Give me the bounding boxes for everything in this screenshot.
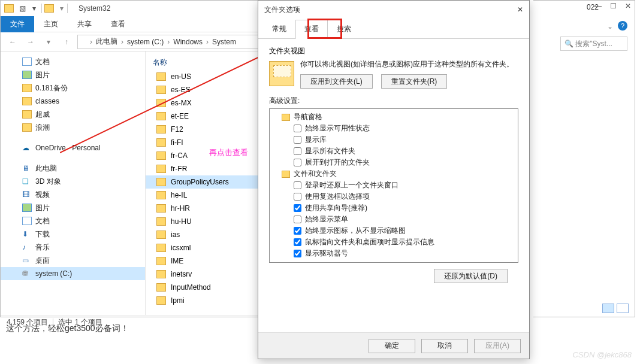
folder-icon [156,165,166,173]
nav-icon: ⛃ [22,269,32,278]
nav-item[interactable]: 🎞视频 [1,188,145,201]
tree-option[interactable]: 显示驱动器号 [271,248,517,259]
up-button[interactable]: ↑ [59,35,74,49]
qat-props-icon[interactable]: ▧ [17,4,27,13]
advanced-tree[interactable]: 导航窗格始终显示可用性状态显示库显示所有文件夹展开到打开的文件夹文件和文件夹登录… [269,108,518,263]
nav-label: 桌面 [35,256,50,266]
option-checkbox[interactable] [294,238,301,246]
forward-button[interactable]: → [23,35,38,49]
navigation-pane[interactable]: 文档图片0.181备份classes超威浪潮☁OneDrive - Person… [1,51,146,315]
search-input[interactable]: 🔍 搜索"Syst... [560,37,627,51]
crumb-pc[interactable]: 此电脑 [93,37,120,47]
quick-access-toolbar: ▧ ▾ [17,4,39,13]
nav-icon: ❏ [22,177,32,186]
crumb-system[interactable]: System [210,38,239,46]
recent-dropdown[interactable]: ▾ [41,35,56,49]
folder-view-text: 你可以将此视图(如详细信息或图标)应用于这种类型的所有文件夹。 [300,59,518,69]
tab-view[interactable]: 查看 [101,16,135,32]
view-large-button[interactable] [617,304,629,313]
view-details-button[interactable] [602,304,614,313]
tab-view[interactable]: 查看 [295,20,328,39]
option-checkbox[interactable] [294,136,301,144]
tree-group[interactable]: 文件和文件夹 [271,168,517,180]
background-window: 022 — ☐ ✕ ? ⌄ 🔍 搜索"Syst... [533,0,635,317]
restore-defaults-button[interactable]: 还原为默认值(D) [434,269,508,283]
maximize-button[interactable]: ☐ [610,2,617,10]
tree-option[interactable]: 使用共享向导(推荐) [271,202,517,214]
nav-label: 图片 [35,203,50,213]
page-footer-text: 这个方法，轻松get3500必备词！ [6,323,129,334]
close-button[interactable]: ✕ [625,2,631,10]
option-checkbox[interactable] [294,125,301,132]
tab-general[interactable]: 常规 [263,20,295,38]
nav-label: 0.181备份 [35,83,68,93]
nav-item[interactable]: classes [1,95,145,108]
cancel-button[interactable]: 取消 [421,339,468,353]
qat-dropdown-icon[interactable]: ▾ [60,4,64,13]
nav-item[interactable]: ♪音乐 [1,241,145,254]
nav-item[interactable]: ⛃system (C:) [1,267,145,280]
option-checkbox[interactable] [294,250,301,257]
nav-item[interactable]: 图片 [1,201,145,214]
item-label: et-EE [171,112,189,120]
tab-search[interactable]: 搜索 [328,20,360,38]
crumb-drive[interactable]: system (C:) [125,38,166,46]
tree-option[interactable]: 始终显示菜单 [271,214,517,225]
tab-share[interactable]: 共享 [68,16,101,32]
window-title: System32 [79,4,110,13]
nav-item[interactable]: 文档 [1,214,145,228]
nav-item[interactable]: 浪潮 [1,121,145,134]
folder-icon [156,257,166,265]
tree-option[interactable]: 展开到打开的文件夹 [271,157,517,168]
tab-home[interactable]: 主页 [34,16,68,32]
nav-label: classes [35,97,59,105]
tree-option[interactable]: 显示库 [271,134,517,145]
tree-option[interactable]: 始终显示可用性状态 [271,123,517,134]
nav-icon: 🎞 [22,190,32,199]
nav-item[interactable]: 0.181备份 [1,81,145,95]
folder-icon [156,217,166,226]
minimize-button[interactable]: — [594,2,602,10]
folder-icon [282,171,290,178]
nav-item[interactable]: 超威 [1,108,145,121]
reset-folders-button[interactable]: 重置文件夹(R) [381,74,448,89]
crumb-windows[interactable]: Windows [171,38,205,46]
nav-item[interactable]: 文档 [1,55,145,68]
item-label: fr-CA [171,151,188,160]
qat-dropdown-icon[interactable]: ▾ [29,4,39,13]
tree-option[interactable]: 始终显示图标，从不显示缩略图 [271,225,517,236]
apply-button[interactable]: 应用(A) [474,339,521,353]
tree-group[interactable]: 导航窗格 [271,111,517,123]
option-checkbox[interactable] [294,204,301,212]
close-button[interactable]: ✕ [517,5,523,14]
tab-file[interactable]: 文件 [1,16,34,32]
tree-option[interactable]: 鼠标指向文件夹和桌面项时显示提示信息 [271,236,517,248]
help-icon[interactable]: ? [618,21,627,31]
option-checkbox[interactable] [294,181,301,189]
option-checkbox[interactable] [294,147,301,155]
back-button[interactable]: ← [5,35,20,49]
advanced-section: 高级设置: 导航窗格始终显示可用性状态显示库显示所有文件夹展开到打开的文件夹文件… [258,96,529,290]
nav-item[interactable]: ☁OneDrive - Personal [1,141,145,154]
folder-icon [44,4,54,13]
option-checkbox[interactable] [294,193,301,201]
chevron-down-icon[interactable]: ⌄ [607,22,613,31]
nav-icon [22,84,32,92]
option-checkbox[interactable] [294,227,301,235]
nav-item[interactable]: ⬇下载 [1,228,145,241]
nav-icon: ☁ [22,144,32,152]
nav-item[interactable]: ❏3D 对象 [1,175,145,188]
tree-option[interactable]: 登录时还原上一个文件夹窗口 [271,180,517,191]
option-checkbox[interactable] [294,216,301,223]
nav-item[interactable]: 图片 [1,68,145,81]
folder-icon [156,112,166,120]
tree-option[interactable]: 使用复选框以选择项 [271,191,517,202]
option-checkbox[interactable] [294,159,301,166]
folder-icon [156,138,166,147]
nav-item[interactable]: ▭桌面 [1,254,145,267]
nav-item[interactable]: 🖥此电脑 [1,162,145,175]
tree-option[interactable]: 显示所有文件夹 [271,145,517,157]
apply-to-folders-button[interactable]: 应用到文件夹(L) [300,74,373,89]
item-label: ias [171,230,180,239]
ok-button[interactable]: 确定 [369,339,415,353]
